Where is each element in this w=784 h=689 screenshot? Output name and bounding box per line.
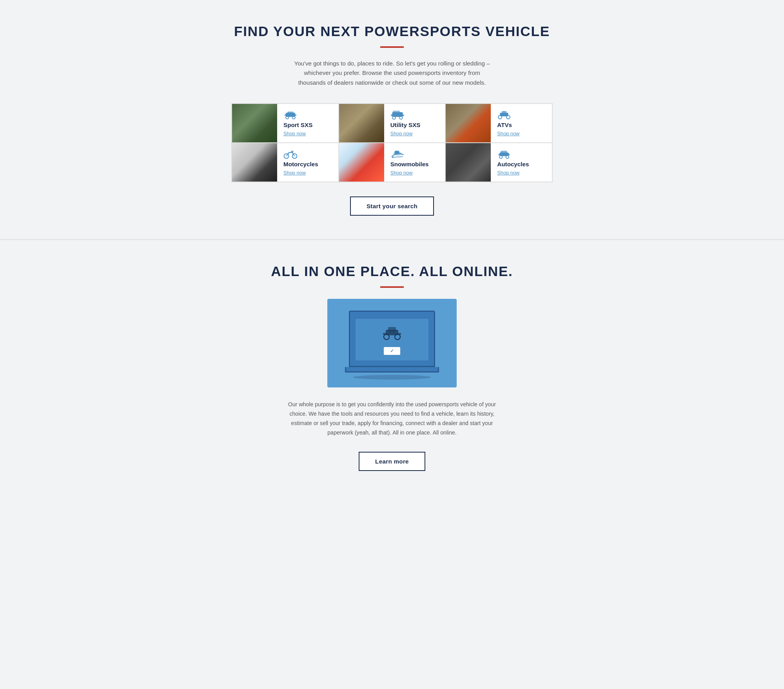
svg-rect-5	[288, 112, 294, 114]
online-body-text: Our whole purpose is to get you confiden…	[282, 400, 502, 438]
svg-rect-33	[388, 327, 396, 331]
svg-rect-7	[391, 115, 393, 116]
svg-point-23	[392, 156, 394, 158]
start-search-button[interactable]: Start your search	[350, 196, 434, 216]
find-divider	[380, 46, 404, 48]
vehicle-card-utility-sxs: Utility SXS Shop now	[339, 104, 446, 143]
online-heading: ALL IN ONE PLACE. ALL ONLINE.	[8, 264, 776, 279]
sport-sxs-shop-link[interactable]: Shop now	[283, 131, 306, 136]
laptop-atv-icon	[381, 324, 403, 344]
svg-rect-34	[383, 333, 386, 335]
snowmobiles-shop-link[interactable]: Shop now	[390, 170, 413, 176]
vehicle-image-autocycles	[446, 143, 491, 182]
sport-sxs-name: Sport SXS	[283, 122, 312, 128]
snowmobiles-icon	[390, 148, 429, 159]
atvs-shop-link[interactable]: Shop now	[497, 131, 519, 136]
laptop-screen-inner: ✓	[356, 319, 428, 360]
svg-rect-35	[398, 333, 401, 335]
vehicle-info-autocycles: Autocycles Shop now	[491, 144, 535, 181]
svg-rect-8	[402, 115, 404, 116]
vehicle-card-sport-sxs: Sport SXS Shop now	[232, 104, 339, 143]
autocycles-name: Autocycles	[497, 161, 529, 167]
autocycles-icon	[497, 148, 529, 159]
motorcycles-shop-link[interactable]: Shop now	[283, 170, 306, 176]
utility-sxs-name: Utility SXS	[390, 122, 421, 128]
svg-rect-15	[502, 111, 506, 114]
utility-sxs-icon	[390, 109, 421, 120]
svg-point-14	[506, 116, 510, 119]
svg-rect-28	[498, 154, 500, 155]
find-subtitle: You've got things to do, places to ride.…	[294, 59, 490, 87]
vehicle-card-autocycles: Autocycles Shop now	[445, 143, 552, 182]
vehicle-info-utility-sxs: Utility SXS Shop now	[384, 104, 427, 142]
laptop-screen: ✓	[349, 311, 435, 367]
check-mark: ✓	[390, 348, 394, 354]
snowmobiles-name: Snowmobiles	[390, 161, 429, 167]
vehicle-image-sport-sxs	[232, 104, 277, 142]
svg-point-13	[498, 116, 502, 119]
svg-rect-29	[509, 154, 510, 155]
svg-rect-2	[295, 115, 297, 116]
autocycles-shop-link[interactable]: Shop now	[497, 170, 519, 176]
vehicle-card-motorcycles: Motorcycles Shop now	[232, 143, 339, 182]
laptop-shadow-ring	[353, 375, 431, 380]
vehicle-image-utility-sxs	[339, 104, 384, 142]
svg-rect-22	[394, 151, 399, 154]
vehicle-image-atvs	[446, 104, 491, 142]
online-divider	[380, 286, 404, 288]
vehicle-grid: Sport SXS Shop now Utility SX	[231, 103, 553, 182]
sport-sxs-icon	[283, 109, 312, 120]
vehicle-info-sport-sxs: Sport SXS Shop now	[277, 104, 319, 142]
vehicle-card-atvs: ATVs Shop now	[445, 104, 552, 143]
svg-rect-25	[501, 151, 507, 154]
vehicle-info-motorcycles: Motorcycles Shop now	[277, 144, 325, 181]
vehicle-card-snowmobiles: Snowmobiles Shop now	[339, 143, 446, 182]
atvs-name: ATVs	[497, 122, 519, 128]
learn-more-button[interactable]: Learn more	[359, 452, 425, 471]
vehicle-image-motorcycles	[232, 143, 277, 182]
vehicle-image-snowmobiles	[339, 143, 384, 182]
motorcycles-icon	[283, 148, 318, 159]
find-heading: FIND YOUR NEXT POWERSPORTS VEHICLE	[8, 24, 776, 39]
svg-rect-1	[285, 115, 287, 116]
laptop-base	[345, 367, 439, 373]
atvs-icon	[497, 109, 519, 120]
svg-rect-11	[393, 111, 400, 114]
vehicle-info-snowmobiles: Snowmobiles Shop now	[384, 144, 435, 181]
utility-sxs-shop-link[interactable]: Shop now	[390, 131, 413, 136]
laptop-illustration: ✓	[327, 299, 457, 387]
section-online: ALL IN ONE PLACE. ALL ONLINE. ✓	[0, 240, 784, 494]
vehicle-info-atvs: ATVs Shop now	[491, 104, 526, 142]
motorcycles-name: Motorcycles	[283, 161, 318, 167]
svg-rect-16	[504, 115, 505, 117]
laptop-check-bar: ✓	[384, 347, 400, 355]
svg-rect-19	[291, 151, 294, 153]
section-find: FIND YOUR NEXT POWERSPORTS VEHICLE You'v…	[0, 0, 784, 239]
